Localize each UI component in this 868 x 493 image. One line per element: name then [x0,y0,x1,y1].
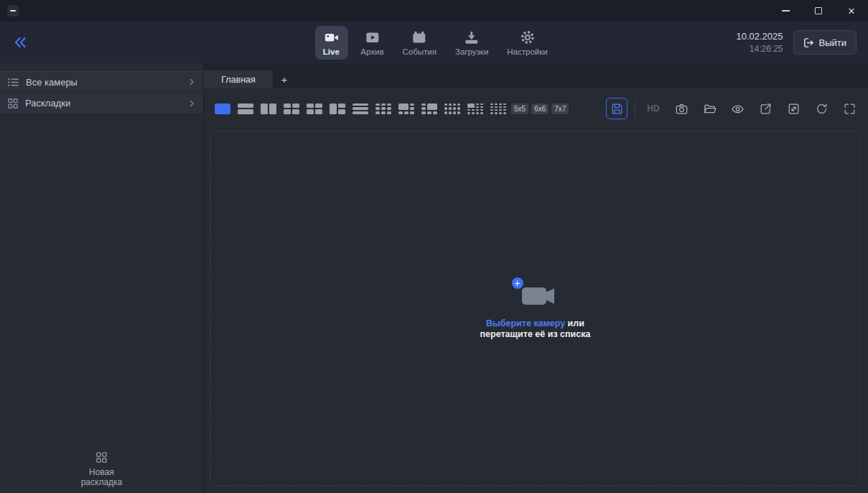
fullscreen-icon [843,102,857,116]
layout-2-cols-icon [261,103,276,114]
open-folder-button[interactable] [699,98,720,119]
layout-1x1-icon [215,103,230,114]
layout-4x4-icon [490,103,506,114]
layout-4-wide-button[interactable] [281,101,302,116]
sidebar-item-label: Раскладки [25,98,181,109]
main: Все камеры Раскладки Новая раскладка Гла… [0,63,868,493]
refresh-button[interactable] [811,98,832,119]
layout-3-rows-icon [353,103,368,114]
export-button[interactable] [755,98,776,119]
settings-gear-icon [519,29,535,45]
layout-2-plus-4-button[interactable] [419,101,439,116]
nav-events[interactable]: События [397,26,442,60]
visibility-button[interactable] [727,98,748,119]
layout-1-plus-2-button[interactable] [327,101,347,116]
sidebar-item-label: Все камеры [26,77,181,88]
window-controls: ✕ [769,0,868,22]
folder-open-icon [703,102,717,116]
nav-archive[interactable]: Архив [355,26,389,60]
app-logo-icon [7,5,19,17]
layout-7x7-button[interactable]: 7x7 [551,103,569,114]
hd-quality-button[interactable]: HD [643,98,664,119]
layout-3x3-button[interactable] [373,101,393,116]
nav-settings[interactable]: Настройки [501,26,553,60]
nav-live[interactable]: Live [314,26,347,60]
save-layout-button[interactable] [606,98,627,119]
layout-3-rows-button[interactable] [350,101,370,116]
header: Live Архив События Загрузки Настройки 10… [0,22,868,63]
layout-2x2-button[interactable] [304,101,325,116]
add-camera-button[interactable]: + [510,276,525,290]
nav-events-label: События [403,47,437,56]
empty-cell-placeholder: + Выберите камеру или перетащите её из с… [480,282,591,340]
hd-label: HD [647,103,659,114]
nav-archive-label: Архив [360,47,383,56]
view-toolbar: HD [606,98,860,119]
new-layout-button[interactable]: Новая раскладка [0,444,203,493]
downloads-icon [464,29,480,45]
sidebar-item-layouts[interactable]: Раскладки [0,93,203,114]
sidebar-item-all-cameras[interactable]: Все камеры [0,71,203,93]
collapse-sidebar-button[interactable] [11,34,29,51]
layout-3x4-icon [444,103,460,114]
layouts-icon [7,98,19,109]
minimize-button[interactable] [769,0,802,22]
layout-1-plus-5-button[interactable] [396,101,416,116]
chevron-right-icon [187,99,196,108]
nav-live-label: Live [323,47,340,56]
nav-downloads-label: Загрузки [455,47,488,56]
close-icon: ✕ [848,6,856,17]
camera-placeholder: + [515,282,556,311]
layout-6x6-button[interactable]: 6x6 [531,103,549,114]
placeholder-line2: перетащите её из списка [480,329,591,339]
nav-settings-label: Настройки [507,47,547,56]
tab-main[interactable]: Главная [204,70,273,88]
archive-icon [364,29,380,45]
minimize-icon [782,10,790,11]
video-cell-empty[interactable]: + Выберите камеру или перетащите её из с… [210,131,861,486]
double-chevron-left-icon [11,34,29,51]
add-tab-button[interactable]: + [273,70,296,88]
layout-3x3-icon [375,103,391,114]
layout-5x5-button[interactable]: 5x5 [511,103,528,114]
maximize-button[interactable] [802,0,835,22]
tabbar: Главная + [204,63,868,88]
nav-downloads[interactable]: Загрузки [449,26,494,60]
sidebar: Все камеры Раскладки Новая раскладка [0,63,204,493]
screenshot-camera-icon [675,102,689,116]
header-right: 10.02.2025 14:26:25 Выйти [736,30,857,55]
date-label: 10.02.2025 [736,30,783,43]
refresh-icon [815,102,829,116]
maximize-icon [815,7,822,14]
layout-2x2-icon [307,103,322,114]
scale-button[interactable] [783,98,804,119]
resize-icon [787,102,801,116]
layout-1x1-button[interactable] [213,101,233,116]
layout-2-rows-icon [238,103,253,114]
titlebar: ✕ [0,0,868,22]
chevron-right-icon [187,78,196,86]
screenshot-button[interactable] [671,98,692,119]
layout-toolbar: 5x5 6x6 7x7 HD [204,88,868,129]
layout-1-plus-12-button[interactable] [465,101,485,116]
logout-button[interactable]: Выйти [793,30,857,55]
select-camera-link[interactable]: Выберите камеру [486,318,565,328]
layout-4x4-button[interactable] [488,101,508,116]
datetime: 10.02.2025 14:26:25 [736,30,783,55]
eye-icon [731,102,745,116]
close-button[interactable]: ✕ [835,0,868,22]
logout-label: Выйти [819,37,847,48]
logout-icon [803,37,814,48]
toolbar-divider [635,101,635,116]
sidebar-spacer [0,114,203,444]
main-nav: Live Архив События Загрузки Настройки [314,26,553,60]
layout-1-plus-12-icon [467,103,483,114]
fullscreen-button[interactable] [839,98,860,119]
live-camera-icon [323,29,339,45]
layout-3x4-button[interactable] [442,101,462,116]
layout-2-cols-button[interactable] [258,101,279,116]
layout-2-plus-4-icon [421,103,437,114]
events-icon [411,29,427,45]
layout-2-rows-button[interactable] [235,101,256,116]
new-layout-label: Новая раскладка [76,467,128,487]
